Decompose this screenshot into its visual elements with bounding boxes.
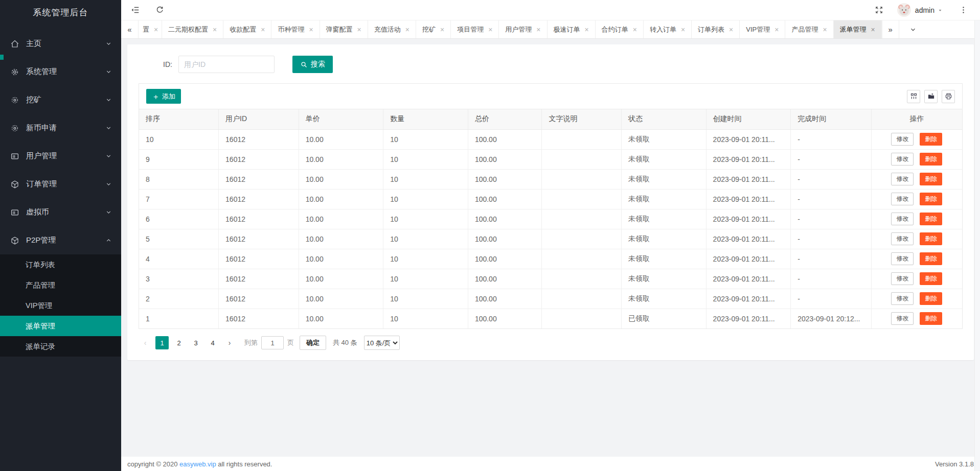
tab-close-icon[interactable]: × (154, 26, 158, 33)
edit-button[interactable]: 修改 (891, 193, 914, 205)
delete-button[interactable]: 删除 (920, 292, 942, 305)
tab[interactable]: 充值活动 × (368, 20, 416, 38)
tab[interactable]: 转入订单 × (644, 20, 692, 38)
delete-button[interactable]: 删除 (920, 232, 942, 245)
tab[interactable]: 产品管理 × (785, 20, 833, 38)
tab[interactable]: 用户管理 × (499, 20, 547, 38)
delete-button[interactable]: 删除 (920, 153, 942, 166)
tab[interactable]: 派单管理 × (834, 20, 882, 38)
delete-button[interactable]: 删除 (920, 213, 942, 225)
footer: copyright © 2020 easyweb.vip all rights … (121, 457, 980, 471)
tab-close-icon[interactable]: × (871, 26, 875, 33)
delete-button[interactable]: 删除 (920, 193, 942, 205)
edit-button[interactable]: 修改 (891, 213, 914, 225)
sidebar-menu-item[interactable]: 虚拟币 (0, 198, 121, 226)
tabs-scroll-right-icon[interactable]: » (882, 20, 899, 38)
avatar[interactable] (897, 3, 911, 17)
edit-button[interactable]: 修改 (891, 153, 914, 166)
tab-close-icon[interactable]: × (309, 26, 313, 33)
tab[interactable]: 项目管理 × (451, 20, 499, 38)
fullscreen-icon[interactable] (873, 4, 886, 17)
page-number-button[interactable]: 2 (172, 336, 186, 349)
tab[interactable]: 极速订单 × (548, 20, 596, 38)
cell-finished: 2023-09-01 20:12... (791, 309, 872, 328)
tab[interactable]: 币种管理 × (271, 20, 320, 38)
tab[interactable]: 置 × (139, 20, 162, 38)
delete-button[interactable]: 删除 (920, 272, 942, 285)
tabs-dropdown-icon[interactable] (905, 20, 921, 38)
sidebar-submenu-item[interactable]: 订单列表 (0, 254, 121, 275)
sidebar-menu-item[interactable]: 系统管理 (0, 58, 121, 86)
page-scrollbar[interactable] (974, 20, 980, 471)
easyweb-link[interactable]: easyweb.vip (179, 460, 216, 468)
refresh-icon[interactable] (153, 4, 166, 17)
goto-page-input[interactable] (261, 336, 284, 349)
page-number-button[interactable]: 4 (206, 336, 219, 349)
edit-button[interactable]: 修改 (891, 252, 914, 265)
tab-close-icon[interactable]: × (536, 26, 540, 33)
page-prev-icon[interactable]: ‹ (139, 336, 152, 349)
tab-close-icon[interactable]: × (213, 26, 217, 33)
tab-close-icon[interactable]: × (261, 26, 265, 33)
edit-button[interactable]: 修改 (891, 292, 914, 305)
page-number-button[interactable]: 3 (189, 336, 202, 349)
page-number-button[interactable]: 1 (155, 336, 169, 349)
sidebar-menu-item[interactable]: 主页 (0, 30, 121, 58)
sidebar-menu-item[interactable]: 用户管理 (0, 142, 121, 170)
edit-button[interactable]: 修改 (891, 173, 914, 185)
tab[interactable]: 二元期权配置 × (162, 20, 223, 38)
user-menu[interactable]: admin (915, 6, 943, 14)
tab[interactable]: 挖矿 × (416, 20, 451, 38)
tab-close-icon[interactable]: × (357, 26, 361, 33)
search-input[interactable] (178, 56, 275, 73)
search-button[interactable]: 搜索 (292, 56, 333, 73)
add-button[interactable]: ＋ 添加 (146, 89, 181, 104)
goto-confirm-button[interactable]: 确定 (300, 336, 326, 350)
sidebar-submenu-item[interactable]: VIP管理 (0, 295, 121, 316)
sidebar-toggle-icon[interactable] (128, 4, 142, 17)
page-next-icon[interactable]: › (223, 336, 236, 349)
table-row: 10 16012 10.00 10 100.00 未领取 2023-09-01 … (139, 129, 962, 149)
cell-status: 已领取 (621, 309, 706, 328)
edit-button[interactable]: 修改 (891, 312, 914, 325)
delete-button[interactable]: 删除 (920, 173, 942, 185)
tab-close-icon[interactable]: × (405, 26, 409, 33)
tabs-scroll-left-icon[interactable]: « (121, 20, 139, 38)
edit-button[interactable]: 修改 (891, 133, 914, 146)
cell-finished: - (791, 249, 872, 269)
kebab-menu-icon[interactable] (956, 4, 970, 17)
tab-close-icon[interactable]: × (681, 26, 685, 33)
tab-close-icon[interactable]: × (440, 26, 444, 33)
delete-button[interactable]: 删除 (920, 312, 942, 325)
cell-price: 10.00 (299, 249, 383, 269)
tab-close-icon[interactable]: × (488, 26, 492, 33)
sidebar-menu-item[interactable]: 挖矿 (0, 86, 121, 114)
tab-close-icon[interactable]: × (585, 26, 589, 33)
tab[interactable]: 弹窗配置 × (320, 20, 368, 38)
tab[interactable]: 收款配置 × (223, 20, 271, 38)
sidebar-submenu-item[interactable]: 产品管理 (0, 275, 121, 295)
sidebar-submenu: 订单列表 产品管理 VIP管理 派单管理 派单记录 (0, 254, 121, 357)
sidebar-submenu-item[interactable]: 派单记录 (0, 336, 121, 357)
print-icon[interactable] (942, 90, 955, 103)
delete-button[interactable]: 删除 (920, 133, 942, 146)
cell-desc (542, 209, 622, 229)
delete-button[interactable]: 删除 (920, 252, 942, 265)
per-page-select[interactable]: 10 条/页 (364, 336, 400, 350)
sidebar-menu-item[interactable]: 新币申请 (0, 114, 121, 142)
sidebar-menu-item[interactable]: 订单管理 (0, 170, 121, 198)
sidebar-submenu-item[interactable]: 派单管理 (0, 316, 121, 336)
sidebar-menu-item[interactable]: P2P管理 (0, 226, 121, 254)
cell-finished: - (791, 129, 872, 149)
tab-close-icon[interactable]: × (729, 26, 733, 33)
export-icon[interactable] (924, 90, 938, 103)
tab[interactable]: VIP管理 × (740, 20, 785, 38)
tab[interactable]: 合约订单 × (596, 20, 644, 38)
edit-button[interactable]: 修改 (891, 272, 914, 285)
edit-button[interactable]: 修改 (891, 232, 914, 245)
tab-close-icon[interactable]: × (633, 26, 637, 33)
tab-close-icon[interactable]: × (774, 26, 779, 33)
tab[interactable]: 订单列表 × (692, 20, 740, 38)
columns-icon[interactable] (907, 90, 920, 103)
tab-close-icon[interactable]: × (823, 26, 827, 33)
